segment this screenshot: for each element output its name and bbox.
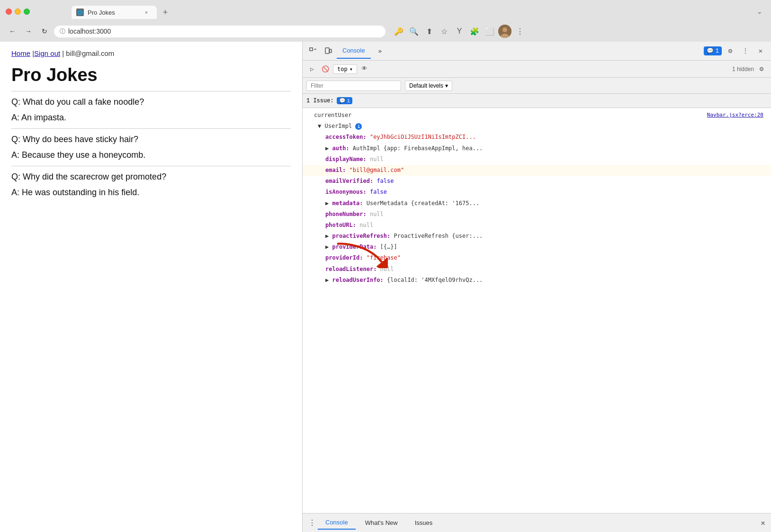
joke-1-divider (11, 128, 291, 129)
console-output-area: currentUser Navbar.jsx?erce:20 ▼ UserImp… (303, 108, 771, 513)
devtools-panel: Console » 💬 1 ⚙ ⋮ ✕ ▷ 🚫 top ▾ 👁 1 hidden… (302, 42, 771, 532)
issue-badge-count: 1 (347, 98, 350, 104)
new-tab-button[interactable]: + (159, 6, 172, 19)
prop-val-photourl: null (359, 222, 373, 228)
issue-badge[interactable]: 💬 1 (337, 97, 353, 104)
play-button[interactable]: ▷ (306, 63, 318, 75)
prop-val-auth: AuthImpl {app: FirebaseAppImpl, hea... (353, 145, 483, 152)
joke-2-answer: A: Because they use a honeycomb. (11, 150, 291, 160)
prop-val-displayname: null (370, 156, 384, 162)
url-security-icon: ⓘ (60, 27, 65, 36)
inspect-element-button[interactable] (306, 45, 320, 58)
source-link[interactable]: Navbar.jsx?erce:20 (707, 111, 767, 120)
console-toolbar: ▷ 🚫 top ▾ 👁 1 hidden ⚙ (303, 61, 771, 78)
console-tab[interactable]: Console (337, 43, 371, 59)
console-settings-button[interactable]: ⚙ (756, 63, 767, 75)
tab-close-button[interactable]: × (143, 9, 150, 16)
bottom-tab-whatsnew[interactable]: What's New (358, 516, 405, 529)
devtools-panel-close-button[interactable]: ✕ (761, 518, 765, 528)
console-line-accesstoken: accessToken: "eyJhbGciOiJSUzI1NiIsImtpZC… (303, 132, 771, 143)
bottom-tab-console[interactable]: Console (318, 516, 356, 530)
prop-val-isanonymous: false (370, 189, 387, 195)
expand-metadata-icon[interactable]: ▶ (325, 200, 332, 207)
chrome-more-icon[interactable]: ⋮ (513, 25, 527, 38)
prop-key-isanonymous: isAnonymous: (325, 189, 370, 195)
title-bar: 🌐 Pro Jokes × + ⌄ (0, 0, 771, 23)
joke-1-answer: A: An impasta. (11, 113, 291, 123)
issue-bar: 1 Issue: 💬 1 (303, 94, 771, 108)
devtools-close-button[interactable]: ✕ (754, 45, 767, 58)
extensions-icon[interactable]: 🧩 (468, 25, 481, 38)
joke-3-answer: A: He was outstanding in his field. (11, 188, 291, 198)
expand-reloaduserinfo-icon[interactable]: ▶ (325, 277, 332, 283)
block-button[interactable]: 🚫 (320, 63, 331, 75)
prop-val-metadata: UserMetadata {createdAt: '1675... (367, 200, 479, 207)
expand-proactive-icon[interactable]: ▶ (325, 233, 332, 239)
context-selector[interactable]: top ▾ (333, 64, 357, 74)
devtools-bottom-bar: ⋮ Console What's New Issues ✕ (303, 513, 771, 532)
prop-val: "eyJhbGciOiJSUzI1NiIsImtpZCI... (370, 134, 476, 140)
page-title: Pro Jokes (11, 65, 291, 85)
address-bar: ← → ↻ ⓘ localhost:3000 🔑 🔍 ⬆ ☆ Y 🧩 ⬜ ⋮ (0, 23, 771, 42)
back-button[interactable]: ← (6, 25, 19, 38)
console-output: currentUser Navbar.jsx?erce:20 ▼ UserImp… (303, 108, 771, 513)
console-line-email: email: "bill@gmail.com" (303, 165, 771, 176)
bookmark-icon[interactable]: ☆ (438, 25, 451, 38)
fullscreen-window-button[interactable] (24, 9, 30, 15)
joke-2-question: Q: Why do bees have sticky hair? (11, 135, 291, 144)
key-icon[interactable]: 🔑 (392, 25, 405, 38)
prop-key-auth: auth: (332, 145, 352, 152)
console-badge: 💬 1 (704, 46, 722, 55)
console-line-metadata: ▶ metadata: UserMetadata {createdAt: '16… (303, 198, 771, 209)
prop-key-reloaduserinfo: reloadUserInfo: (332, 277, 387, 283)
bottom-tab-issues[interactable]: Issues (407, 516, 440, 529)
zoom-icon[interactable]: 🔍 (407, 25, 421, 38)
prop-key-emailverified: emailVerified: (325, 178, 377, 184)
traffic-lights (6, 9, 30, 15)
console-text: currentUser (314, 111, 351, 120)
prop-val-email: "bill@gmail.com" (350, 167, 404, 173)
log-levels-button[interactable]: Default levels ▾ (405, 81, 452, 91)
device-toolbar-button[interactable] (322, 45, 335, 58)
forward-button[interactable]: → (22, 25, 35, 38)
console-line-currentuser: currentUser Navbar.jsx?erce:20 (303, 110, 771, 121)
console-line-proactiverefresh: ▶ proactiveRefresh: ProactiveRefresh {us… (303, 231, 771, 242)
expand-providerdata-icon[interactable]: ▶ (325, 243, 332, 250)
split-view-icon[interactable]: ⬜ (483, 25, 496, 38)
prop-key-providerid: providerId: (325, 254, 367, 261)
console-line-reloadlistener: reloadListener: null (303, 264, 771, 275)
bottom-more-button[interactable]: ⋮ (308, 518, 316, 528)
share-icon[interactable]: ⬆ (422, 25, 436, 38)
browser-tab-pro-jokes[interactable]: 🌐 Pro Jokes × (72, 6, 157, 19)
svg-point-1 (502, 27, 507, 32)
prop-key: accessToken: (325, 134, 370, 140)
svg-rect-5 (325, 48, 329, 54)
prop-val-providerdata: [{…}] (380, 243, 397, 250)
console-line-auth: ▶ auth: AuthImpl {app: FirebaseAppImpl, … (303, 143, 771, 154)
expand-icon[interactable]: ▼ (318, 123, 324, 129)
more-tabs-button[interactable]: » (373, 44, 387, 58)
expand-auth-icon[interactable]: ▶ (325, 145, 332, 152)
prop-key-proactiverefresh: proactiveRefresh: (332, 233, 394, 239)
profile-avatar[interactable] (498, 25, 511, 38)
y-extension-icon[interactable]: Y (453, 25, 466, 38)
signout-link[interactable]: Sign out (34, 49, 60, 57)
devtools-more-button[interactable]: ⋮ (739, 45, 752, 58)
devtools-settings-button[interactable]: ⚙ (724, 45, 737, 58)
eye-button[interactable]: 👁 (359, 63, 370, 75)
refresh-button[interactable]: ↻ (38, 25, 51, 38)
main-area: Home |Sign out | bill@gmail.com Pro Joke… (0, 42, 771, 532)
url-bar[interactable]: ⓘ localhost:3000 (54, 26, 386, 37)
console-line-phonenumber: phoneNumber: null (303, 209, 771, 220)
prop-val-providerid: "firebase" (367, 254, 401, 261)
minimize-window-button[interactable] (15, 9, 21, 15)
prop-val-phonenumber: null (370, 211, 384, 217)
title-divider (11, 91, 291, 91)
console-line-providerid: providerId: "firebase" (303, 252, 771, 263)
home-link[interactable]: Home (11, 49, 30, 57)
filter-input[interactable] (306, 81, 401, 91)
close-window-button[interactable] (6, 9, 12, 15)
devtools-header: Console » 💬 1 ⚙ ⋮ ✕ (303, 42, 771, 61)
console-line-photourl: photoURL: null (303, 220, 771, 231)
tab-overflow-button[interactable]: ⌄ (754, 6, 765, 17)
